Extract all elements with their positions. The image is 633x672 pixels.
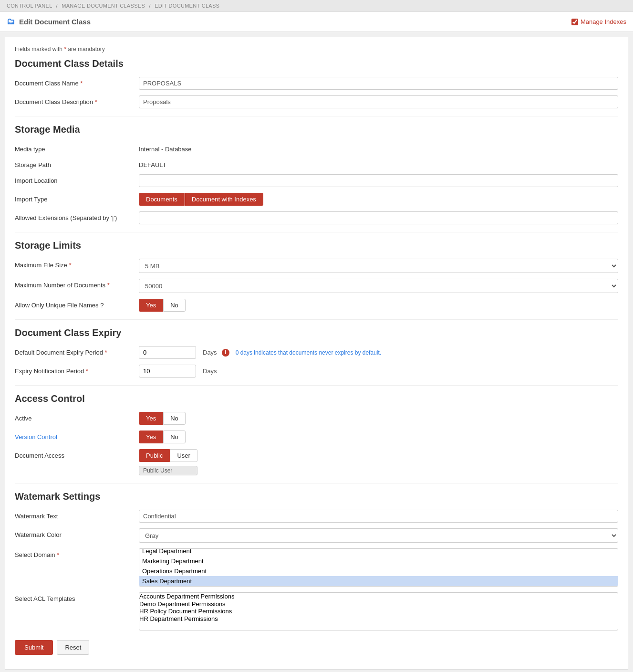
input-class-name[interactable]	[139, 77, 618, 90]
row-watermark-color: Watermark Color Gray Red Blue Black Gree…	[15, 528, 618, 543]
select-max-docs[interactable]: 10000 20000 50000 100000 Unlimited	[139, 279, 618, 293]
breadcrumb: CONTROL PANEL / MANAGE DOCUMENT CLASSES …	[0, 0, 633, 12]
label-storage-path: Storage Path	[15, 158, 139, 168]
label-doc-access: Document Access	[15, 449, 139, 459]
manage-indexes-link[interactable]: Manage Indexes	[571, 18, 626, 25]
days-label-1: Days	[203, 349, 217, 356]
info-icon: i	[222, 349, 229, 357]
input-default-expiry[interactable]	[139, 346, 196, 359]
page-header: 🗂 Edit Document Class Manage Indexes	[0, 12, 633, 32]
row-doc-access: Document Access Public User Public User	[15, 449, 618, 475]
row-default-expiry: Default Document Expiry Period * Days i …	[15, 346, 618, 359]
input-allowed-ext[interactable]	[139, 211, 618, 224]
row-select-domain: Select Domain * Legal Department Marketi…	[15, 548, 618, 587]
doc-access-group: Public User	[139, 449, 197, 462]
section-title-expiry: Document Class Expiry	[15, 327, 618, 340]
expiry-note: 0 days indicates that documents never ex…	[236, 349, 382, 356]
row-media-type: Media type Internal - Database	[15, 143, 618, 153]
section-title-doc-details: Document Class Details	[15, 58, 618, 71]
btn-unique-no[interactable]: No	[163, 299, 186, 312]
public-user-badge: Public User	[139, 466, 197, 475]
label-allowed-ext: Allowed Extensions (Separated by '|')	[15, 211, 139, 221]
version-control-link[interactable]: Version Control	[15, 433, 57, 441]
btn-access-public[interactable]: Public	[139, 449, 170, 462]
btn-unique-yes[interactable]: Yes	[139, 299, 163, 312]
label-default-expiry: Default Document Expiry Period *	[15, 346, 139, 356]
row-max-docs: Maximum Number of Documents * 10000 2000…	[15, 279, 618, 293]
label-select-acl: Select ACL Templates	[15, 592, 139, 602]
label-notification-period: Expiry Notification Period *	[15, 365, 139, 375]
page-title: Edit Document Class	[19, 18, 91, 26]
row-class-desc: Document Class Description *	[15, 95, 618, 108]
days-label-2: Days	[203, 368, 217, 375]
label-import-location: Import Location	[15, 174, 139, 184]
label-class-desc: Document Class Description *	[15, 95, 139, 105]
row-watermark-text: Watermark Text	[15, 510, 618, 523]
input-watermark-text[interactable]	[139, 510, 618, 523]
row-storage-path: Storage Path DEFAULT	[15, 158, 618, 168]
row-select-acl: Select ACL Templates Accounts Department…	[15, 592, 618, 630]
btn-version-yes[interactable]: Yes	[139, 430, 163, 443]
unique-names-group: Yes No	[139, 299, 186, 312]
reset-button[interactable]: Reset	[57, 640, 89, 655]
label-select-domain: Select Domain *	[15, 548, 139, 558]
section-title-storage-media: Storage Media	[15, 124, 618, 137]
label-max-file-size: Maximum File Size *	[15, 259, 139, 269]
select-max-file-size[interactable]: 1 MB 2 MB 5 MB 10 MB 20 MB 50 MB 100 MB	[139, 259, 618, 273]
label-import-type: Import Type	[15, 193, 139, 203]
row-allowed-ext: Allowed Extensions (Separated by '|')	[15, 211, 618, 224]
label-unique-names: Allow Only Unique File Names ?	[15, 299, 139, 309]
label-media-type: Media type	[15, 143, 139, 153]
row-version-control: Version Control Yes No	[15, 430, 618, 443]
input-notification-period[interactable]	[139, 365, 196, 378]
page-title-area: 🗂 Edit Document Class	[7, 17, 91, 27]
label-max-docs: Maximum Number of Documents *	[15, 279, 139, 289]
active-group: Yes No	[139, 412, 186, 425]
manage-indexes-checkbox[interactable]	[571, 19, 578, 25]
submit-button[interactable]: Submit	[15, 640, 53, 655]
value-media-type: Internal - Database	[139, 143, 192, 153]
section-title-storage-limits: Storage Limits	[15, 240, 618, 253]
version-control-group: Yes No	[139, 430, 186, 443]
mandatory-note: Fields marked with * are mandatory	[15, 46, 618, 52]
notification-row-container: Days	[139, 365, 217, 378]
doc-access-container: Public User Public User	[139, 449, 197, 475]
btn-active-yes[interactable]: Yes	[139, 412, 163, 425]
breadcrumb-item-1: CONTROL PANEL	[7, 3, 52, 9]
row-import-location: Import Location	[15, 174, 618, 187]
row-max-file-size: Maximum File Size * 1 MB 2 MB 5 MB 10 MB…	[15, 259, 618, 273]
input-import-location[interactable]	[139, 174, 618, 187]
breadcrumb-item-2: MANAGE DOCUMENT CLASSES	[62, 3, 145, 9]
section-title-watermark: Watemark Settings	[15, 491, 618, 504]
row-active: Active Yes No	[15, 412, 618, 425]
row-unique-names: Allow Only Unique File Names ? Yes No	[15, 299, 618, 312]
import-type-group: Documents Document with Indexes	[139, 193, 263, 206]
manage-indexes-label: Manage Indexes	[581, 18, 626, 25]
btn-import-documents[interactable]: Documents	[139, 193, 185, 206]
label-watermark-color: Watermark Color	[15, 528, 139, 538]
label-active: Active	[15, 412, 139, 422]
form-actions: Submit Reset	[15, 640, 618, 655]
row-class-name: Document Class Name *	[15, 77, 618, 90]
btn-import-with-indexes[interactable]: Document with Indexes	[185, 193, 263, 206]
select-domain-list[interactable]: Legal Department Marketing Department Op…	[139, 548, 618, 587]
label-watermark-text: Watermark Text	[15, 510, 139, 520]
select-watermark-color[interactable]: Gray Red Blue Black Green	[139, 528, 618, 543]
breadcrumb-item-3: EDIT DOCUMENT CLASS	[155, 3, 219, 9]
value-storage-path: DEFAULT	[139, 158, 166, 168]
row-notification-period: Expiry Notification Period * Days	[15, 365, 618, 378]
btn-access-user[interactable]: User	[170, 449, 197, 462]
expiry-row-container: Days i 0 days indicates that documents n…	[139, 346, 381, 359]
btn-active-no[interactable]: No	[163, 412, 186, 425]
label-version-control: Version Control	[15, 430, 139, 441]
row-import-type: Import Type Documents Document with Inde…	[15, 193, 618, 206]
btn-version-no[interactable]: No	[163, 430, 186, 443]
input-class-desc[interactable]	[139, 95, 618, 108]
select-acl-list[interactable]: Accounts Department Permissions Demo Dep…	[139, 592, 618, 630]
label-class-name: Document Class Name *	[15, 77, 139, 87]
section-title-access: Access Control	[15, 393, 618, 406]
main-form: Fields marked with * are mandatory Docum…	[5, 37, 628, 670]
folder-icon: 🗂	[7, 17, 15, 27]
